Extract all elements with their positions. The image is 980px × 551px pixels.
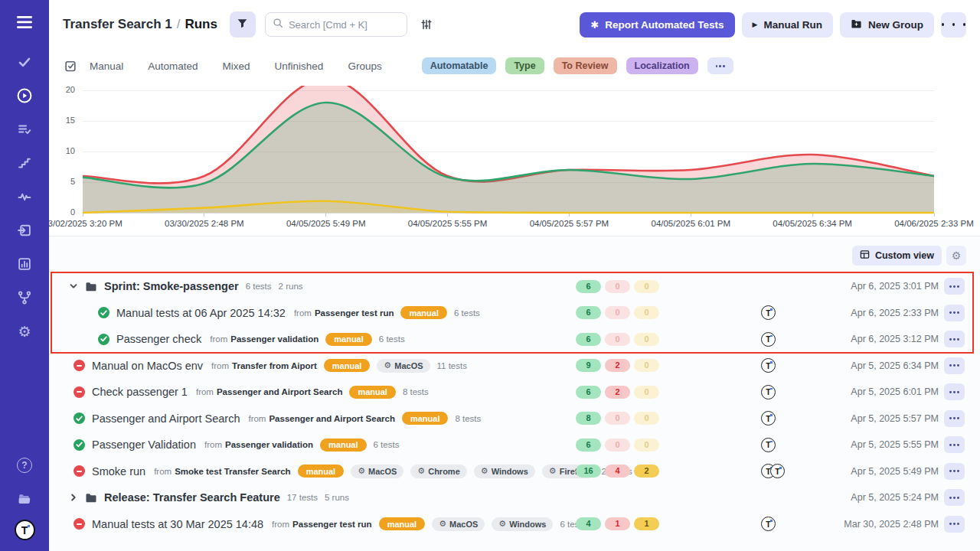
row-more-button[interactable] bbox=[944, 516, 965, 533]
group-title[interactable]: Sprint: Smoke-passenger bbox=[104, 280, 239, 292]
run-title[interactable]: Passenger check bbox=[116, 333, 201, 345]
row-more-button[interactable] bbox=[944, 331, 965, 347]
row-more-button[interactable] bbox=[944, 305, 965, 321]
row-more-button[interactable] bbox=[944, 410, 965, 427]
avatar[interactable]: T bbox=[761, 332, 776, 347]
run-title[interactable]: Manual on MacOs env bbox=[92, 360, 203, 372]
from-label: from bbox=[210, 334, 227, 344]
avatar[interactable]: T bbox=[761, 411, 776, 425]
row-more-button[interactable] bbox=[944, 463, 965, 480]
milestones-steps-icon[interactable] bbox=[13, 152, 36, 174]
runs-list: Custom view ⚙ Sprint: Smoke-passenger6 t… bbox=[49, 236, 980, 551]
result-counters: 600 bbox=[576, 280, 659, 293]
row-more-button[interactable] bbox=[944, 278, 965, 295]
run-title[interactable]: Passenger and Airport Search bbox=[92, 412, 240, 425]
run-title[interactable]: Manual tests at 30 Mar 2025 14:48 bbox=[92, 518, 263, 530]
run-row[interactable]: Manual tests at 06 Apr 2025 14:32fromPas… bbox=[49, 300, 980, 327]
runs-play-circle-icon[interactable] bbox=[13, 84, 36, 107]
assignee-avatars: T bbox=[761, 358, 776, 373]
run-title[interactable]: Manual tests at 06 Apr 2025 14:32 bbox=[116, 307, 286, 319]
custom-view-button[interactable]: Custom view bbox=[852, 246, 942, 266]
manual-run-button[interactable]: ▶ Manual Run bbox=[742, 12, 833, 37]
avatar[interactable]: T bbox=[761, 305, 776, 320]
plans-list-check-icon[interactable] bbox=[13, 118, 36, 141]
filter-button[interactable] bbox=[230, 11, 256, 37]
assignee-avatars: T bbox=[761, 411, 776, 425]
avatar[interactable]: T bbox=[770, 464, 785, 478]
tab-manual[interactable]: Manual bbox=[90, 60, 123, 72]
passed-count-badge: 16 bbox=[576, 465, 601, 478]
filter-chip-automatable[interactable]: Automatable bbox=[422, 57, 497, 74]
tab-groups[interactable]: Groups bbox=[348, 60, 381, 72]
tab-unfinished[interactable]: Unfinished bbox=[275, 60, 324, 72]
result-counters: 1642 bbox=[576, 465, 659, 478]
filter-chip-type[interactable]: Type bbox=[505, 57, 544, 74]
run-source[interactable]: Passenger test run bbox=[315, 308, 394, 318]
branch-icon[interactable] bbox=[13, 286, 36, 309]
view-settings-gear-icon[interactable]: ⚙ bbox=[946, 246, 966, 266]
passed-count-badge: 9 bbox=[576, 359, 601, 372]
analytics-bar-chart-icon[interactable] bbox=[13, 253, 36, 276]
run-date: Apr 5, 2025 6:01 PM bbox=[851, 386, 939, 397]
run-source[interactable]: Smoke test Transfer Search bbox=[175, 467, 291, 476]
new-group-button[interactable]: New Group bbox=[840, 12, 934, 37]
run-title[interactable]: Smoke run bbox=[92, 465, 145, 478]
group-title[interactable]: Release: Transfer Search Feature bbox=[104, 491, 280, 504]
run-source[interactable]: Passenger and Airport Search bbox=[217, 387, 342, 396]
run-row[interactable]: Smoke runfromSmoke test Transfer Searchm… bbox=[49, 458, 980, 485]
run-title[interactable]: Passenger Validation bbox=[92, 439, 196, 451]
group-row[interactable]: Release: Transfer Search Feature17 tests… bbox=[49, 484, 980, 511]
tests-check-icon[interactable] bbox=[13, 51, 36, 73]
avatar[interactable]: T bbox=[761, 517, 776, 531]
row-more-button[interactable] bbox=[944, 357, 965, 374]
search-input[interactable] bbox=[289, 19, 400, 31]
from-label: from bbox=[211, 361, 229, 370]
run-row[interactable]: Passenger and Airport SearchfromPassenge… bbox=[49, 406, 980, 432]
report-automated-tests-button[interactable]: ✱ Report Automated Tests bbox=[580, 12, 734, 37]
filter-chip-to-review[interactable]: To Review bbox=[554, 57, 617, 74]
run-row[interactable]: Manual tests at 30 Mar 2025 14:48fromPas… bbox=[49, 511, 980, 538]
run-row[interactable]: Passenger ValidationfromPassenger valida… bbox=[49, 432, 980, 458]
run-source[interactable]: Passenger test run bbox=[292, 520, 372, 529]
settings-gear-icon[interactable]: ⚙ bbox=[13, 320, 36, 343]
status-failed-icon bbox=[74, 518, 85, 530]
help-icon[interactable]: ? bbox=[13, 454, 36, 477]
run-row[interactable]: Check passenger 1fromPassenger and Airpo… bbox=[49, 379, 980, 406]
run-source[interactable]: Transfer from Aiport bbox=[232, 361, 317, 370]
run-source[interactable]: Passenger and Airport Search bbox=[269, 414, 394, 423]
avatar[interactable]: T bbox=[761, 358, 776, 373]
chevron-down-icon[interactable] bbox=[69, 282, 78, 291]
menu-icon[interactable] bbox=[13, 11, 36, 34]
pulse-activity-icon[interactable] bbox=[13, 185, 36, 208]
passed-count-badge: 8 bbox=[576, 412, 601, 425]
projects-folders-icon[interactable] bbox=[13, 487, 36, 510]
row-more-button[interactable] bbox=[944, 436, 965, 453]
run-date: Apr 5, 2025 5:55 PM bbox=[851, 439, 939, 450]
tab-mixed[interactable]: Mixed bbox=[223, 60, 250, 72]
avatar[interactable]: T bbox=[761, 385, 776, 399]
row-more-button[interactable] bbox=[944, 489, 965, 506]
assignee-avatars: TT bbox=[761, 464, 785, 478]
from-label: from bbox=[204, 440, 222, 449]
avatar[interactable]: T bbox=[761, 438, 776, 452]
run-row[interactable]: Manual on MacOs envfromTransfer from Aip… bbox=[49, 353, 980, 380]
run-title[interactable]: Check passenger 1 bbox=[92, 386, 188, 398]
filter-chip-localization[interactable]: Localization bbox=[626, 57, 698, 74]
testomatio-logo[interactable]: T bbox=[15, 520, 35, 540]
axis-tick bbox=[83, 214, 83, 217]
run-row[interactable]: Passenger checkfromPassenger validationm… bbox=[49, 326, 980, 353]
chevron-right-icon[interactable] bbox=[69, 493, 78, 502]
project-title[interactable]: Transfer Search 1 bbox=[63, 17, 172, 31]
tab-automated[interactable]: Automated bbox=[148, 60, 198, 72]
select-all-checkbox-icon[interactable] bbox=[64, 60, 77, 73]
runs-area-chart[interactable] bbox=[83, 86, 934, 214]
skipped-count-badge: 1 bbox=[634, 517, 659, 530]
group-row[interactable]: Sprint: Smoke-passenger6 tests2 runs600A… bbox=[49, 273, 980, 300]
run-source[interactable]: Passenger validation bbox=[225, 440, 313, 449]
header-more-button[interactable] bbox=[941, 12, 966, 37]
adjustments-sliders-icon[interactable] bbox=[415, 13, 438, 36]
filter-chip-more[interactable] bbox=[707, 57, 733, 74]
row-more-button[interactable] bbox=[944, 383, 965, 400]
run-source[interactable]: Passenger validation bbox=[230, 334, 318, 344]
import-icon[interactable] bbox=[13, 219, 36, 242]
